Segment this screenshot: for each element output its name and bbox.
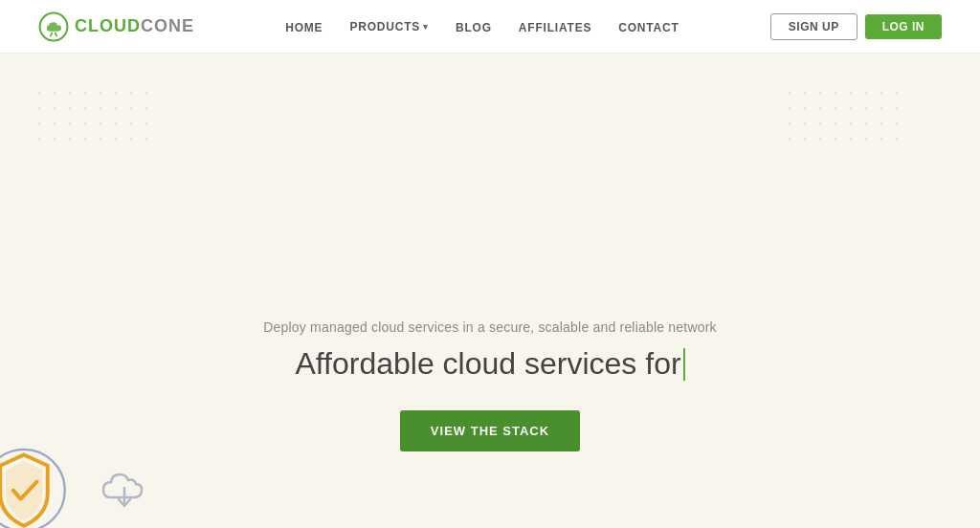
nav-link-blog[interactable]: BLOG — [456, 21, 492, 34]
nav-item-products[interactable]: PRODUCTS ▾ — [349, 20, 429, 33]
hero-section: Deploy managed cloud services in a secur… — [0, 54, 980, 528]
nav-item-home[interactable]: HOME — [285, 18, 323, 35]
chevron-down-icon: ▾ — [423, 22, 429, 32]
svg-point-1 — [0, 450, 65, 528]
logo-text: CLOUDCONE — [75, 16, 194, 36]
shield-icon — [0, 442, 67, 528]
cursor-blink — [683, 348, 685, 381]
nav-links: HOME PRODUCTS ▾ BLOG AFFILIATES CONTACT — [285, 18, 679, 35]
nav-item-affiliates[interactable]: AFFILIATES — [519, 18, 591, 35]
logo[interactable]: CLOUDCONE — [38, 11, 194, 42]
view-stack-button[interactable]: VIEW THE STACK — [400, 410, 580, 451]
navbar: CLOUDCONE HOME PRODUCTS ▾ BLOG AFFILIATE… — [0, 0, 980, 54]
nav-link-home[interactable]: HOME — [285, 21, 323, 34]
logo-icon — [38, 11, 69, 42]
nav-buttons: SIGN UP LOG IN — [770, 13, 942, 40]
dots-decoration-right — [789, 92, 942, 168]
nav-item-blog[interactable]: BLOG — [456, 18, 492, 35]
dots-decoration-left — [38, 92, 191, 168]
login-button[interactable]: LOG IN — [865, 14, 942, 39]
hero-title: Affordable cloud services for — [295, 346, 684, 382]
signup-button[interactable]: SIGN UP — [770, 13, 858, 40]
hero-subtitle: Deploy managed cloud services in a secur… — [263, 319, 717, 335]
nav-link-contact[interactable]: CONTACT — [618, 21, 679, 34]
cloud-download-icon — [96, 461, 153, 518]
nav-item-contact[interactable]: CONTACT — [618, 18, 679, 35]
nav-link-affiliates[interactable]: AFFILIATES — [519, 21, 591, 34]
nav-link-products[interactable]: PRODUCTS ▾ — [349, 20, 429, 33]
